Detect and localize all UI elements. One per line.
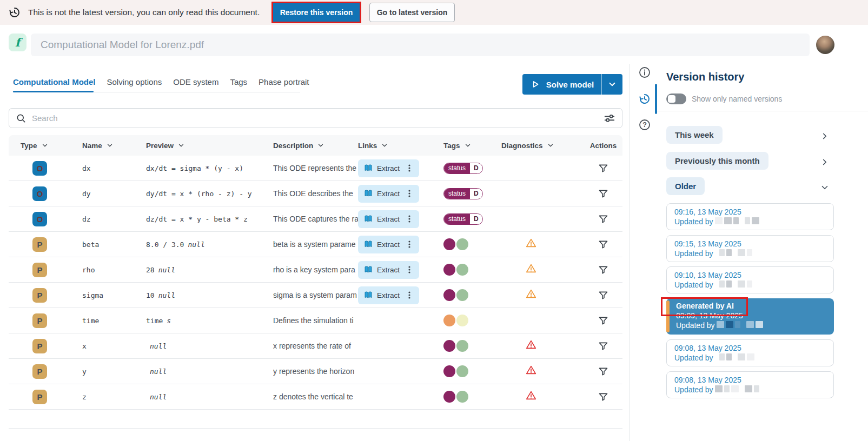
extract-link-chip[interactable]: Extract [358,236,419,253]
section-this-week[interactable]: This week [666,126,723,144]
column-header-type[interactable]: Type [21,142,82,150]
filter-action-button[interactable] [597,263,610,277]
extract-link-chip[interactable]: Extract [358,261,419,279]
column-header-description[interactable]: Description [273,142,358,150]
extract-link-chip[interactable]: Extract [358,185,419,203]
chevron-down-icon[interactable] [820,183,830,192]
book-icon [363,214,373,224]
go-to-latest-button[interactable]: Go to latest version [369,3,455,22]
solve-model-button[interactable]: Solve model [522,74,602,95]
row-preview: 10null [146,291,273,299]
row-menu-button[interactable] [403,162,416,175]
version-card[interactable]: 09:08, 13 May 2025 Updated by [666,339,834,366]
column-header-tags[interactable]: Tags [443,142,501,150]
kebab-menu-icon [406,189,413,198]
version-card[interactable]: 09:16, 13 May 2025 Updated by [666,203,834,230]
column-header-actions: Actions [584,142,622,150]
generated-by-ai-badge: Generated by AI [676,302,826,310]
solve-model-dropdown-button[interactable] [602,74,622,95]
column-header-name[interactable]: Name [82,142,146,150]
row-description: rho is a key system para [273,265,358,274]
chevron-right-icon[interactable] [820,157,830,167]
tab-phase-portrait[interactable]: Phase portrait [259,77,309,86]
row-menu-button[interactable] [403,263,416,276]
error-diagnostic-icon[interactable] [525,343,537,352]
table-row[interactable]: P sigma 10null sigma is a system param E… [9,283,622,308]
version-card-generated-by-ai[interactable]: Generated by AI 09:09, 13 May 2025 Updat… [666,298,834,335]
tab-computational-model[interactable]: Computational Model [13,77,96,86]
column-header-diagnostics[interactable]: Diagnostics [501,142,584,150]
row-menu-button[interactable] [403,289,416,302]
error-diagnostic-icon[interactable] [525,369,537,378]
kebab-menu-icon [406,291,413,299]
filter-action-button[interactable] [597,162,610,175]
panel-section-divider [657,111,868,111]
row-menu-button[interactable] [403,238,416,251]
table-row[interactable]: P x null x represents the rate of [9,333,622,359]
tab-ode-system[interactable]: ODE system [173,77,218,86]
table-row[interactable]: O dx dx/dt = sigma * (y - x) This ODE re… [9,156,622,181]
warning-diagnostic-icon[interactable] [525,242,537,251]
table-row[interactable]: O dz dz/dt = x * y - beta * z This ODE c… [9,206,622,232]
row-preview: null [146,368,273,376]
filter-settings-icon[interactable] [604,112,615,124]
tag-dots [443,289,501,301]
filter-action-button[interactable] [597,212,610,226]
table-row[interactable]: O dy dy/dt = x * (rho - z) - y This ODE … [9,181,622,206]
table-row[interactable]: P beta 8.0 / 3.0null beta is a system pa… [9,232,622,257]
warning-diagnostic-icon[interactable] [525,267,537,276]
tab-tags[interactable]: Tags [230,77,247,86]
svg-text:?: ? [642,121,647,129]
row-menu-button[interactable] [403,212,416,225]
row-preview: dx/dt = sigma * (y - x) [146,164,273,172]
error-diagnostic-icon[interactable] [525,394,537,403]
column-header-links[interactable]: Links [358,142,443,150]
table-row[interactable]: P z null z denotes the vertical te [9,384,622,410]
restore-version-button[interactable]: Restore this version [273,3,360,22]
row-name: y [82,368,146,376]
filter-action-button[interactable] [597,289,610,302]
section-previously-this-month[interactable]: Previously this month [666,152,768,170]
search-input[interactable] [32,113,598,123]
active-tab-underline [13,91,94,92]
version-card[interactable]: 09:10, 13 May 2025 Updated by [666,266,834,293]
filter-action-button[interactable] [597,187,610,201]
version-time: 09:10, 13 May 2025 [674,271,826,279]
table-row[interactable]: P y null y represents the horizon [9,359,622,384]
extract-link-chip[interactable]: Extract [358,286,419,304]
extract-link-chip[interactable]: Extract [358,210,419,228]
row-preview: null [146,342,273,350]
type-badge-parameter: P [32,339,47,353]
user-avatar[interactable] [816,36,834,54]
redacted-author [715,321,763,330]
filter-action-button[interactable] [597,339,610,353]
chevron-down-icon [317,142,324,149]
version-card[interactable]: 09:08, 13 May 2025 Updated by [666,371,834,398]
named-versions-toggle[interactable] [666,93,686,104]
row-name: time [82,317,146,325]
updated-by-label: Updated by [674,217,713,226]
tab-solving-options[interactable]: Solving options [107,77,162,86]
ai-accent-bar [666,300,670,332]
panel-divider [629,64,630,441]
help-icon[interactable]: ? [638,118,651,131]
table-row[interactable]: P time times Defines the simulation ti [9,308,622,333]
table-row[interactable]: P rho 28null rho is a key system para Ex… [9,257,622,283]
chevron-right-icon[interactable] [820,131,830,141]
book-icon [363,163,373,173]
document-title-field[interactable]: Computational Model for Lorenz.pdf [31,34,810,56]
filter-action-button[interactable] [597,390,610,404]
version-history-icon[interactable] [638,92,651,105]
info-icon[interactable] [638,66,651,79]
section-older[interactable]: Older [666,177,705,195]
version-card[interactable]: 09:15, 13 May 2025 Updated by [666,235,834,262]
column-header-preview[interactable]: Preview [146,142,273,150]
row-preview: null [146,393,273,401]
filter-action-button[interactable] [597,238,610,251]
filter-action-button[interactable] [597,314,610,328]
tag-dots [443,238,501,250]
row-menu-button[interactable] [403,187,416,200]
warning-diagnostic-icon[interactable] [525,292,537,302]
filter-action-button[interactable] [597,365,610,378]
extract-link-chip[interactable]: Extract [358,159,419,177]
